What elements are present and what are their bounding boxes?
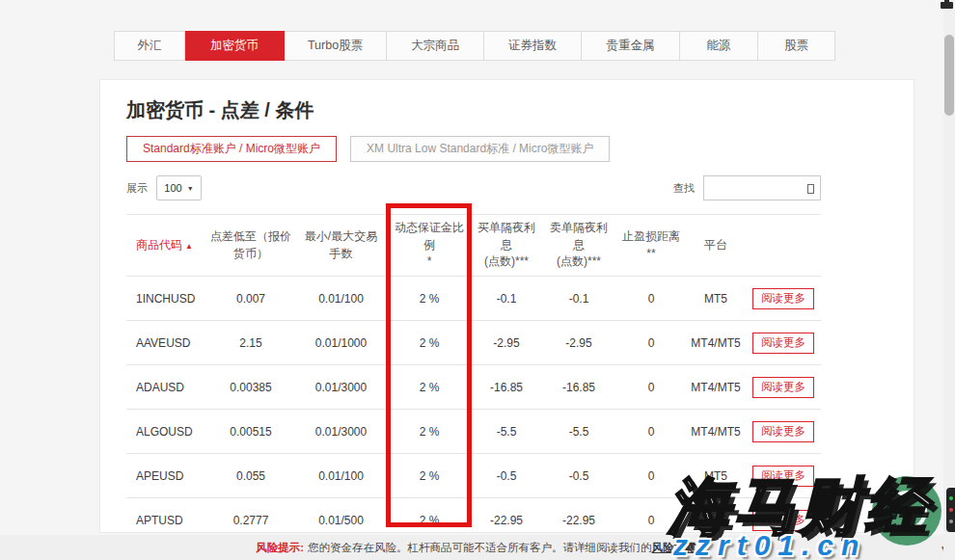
read-more-button[interactable]: 阅读更多 [752, 288, 814, 309]
cell-lots: 0.01/100 [295, 454, 387, 498]
cell-limit-stop: 0 [616, 321, 686, 365]
cell-spread: 0.007 [206, 277, 295, 321]
account-standard-micro-button[interactable]: Standard标准账户 / Micro微型账户 [126, 136, 337, 162]
col-header-footnote: * [391, 253, 468, 270]
col-header-footnote: (点数)*** [476, 253, 537, 270]
risk-warning-label: 风险提示: [256, 541, 304, 555]
col-header-symbol[interactable]: 商品代码▲ [126, 215, 206, 277]
table-row: APEUSD 0.055 0.01/100 2 % -0.5 -0.5 0 MT… [126, 454, 821, 498]
cell-limit-stop: 0 [616, 498, 686, 534]
content-card: 加密货币 - 点差 / 条件 Standard标准账户 / Micro微型账户 … [99, 79, 914, 533]
risk-warning-suffix: . [696, 542, 699, 553]
read-more-button[interactable]: 阅读更多 [752, 466, 814, 487]
col-header-footnote: (点数)*** [545, 253, 613, 270]
page: 外汇 加密货币 Turbo股票 大宗商品 证券指数 贵重金属 能源 股票 加密货… [0, 0, 955, 560]
account-ultra-low-button[interactable]: XM Ultra Low Standard标准 / Micro微型账户 [350, 136, 610, 162]
col-header-lots[interactable]: 最小/最大交易手数 [295, 215, 387, 277]
tab-label: 大宗商品 [411, 38, 459, 54]
tab-forex[interactable]: 外汇 [114, 31, 185, 61]
page-size-value: 100 [164, 182, 181, 194]
edge-widget-dot-red [949, 508, 953, 512]
cell-lots: 0.01/1000 [295, 321, 387, 365]
col-header-margin[interactable]: 动态保证金比例* [387, 215, 472, 277]
col-header-label: 止盈损距离 [620, 228, 682, 245]
cell-spread: 0.00515 [206, 410, 295, 454]
table-row: ADAUSD 0.00385 0.01/3000 2 % -16.85 -16.… [126, 365, 821, 410]
header-row: 商品代码▲ 点差低至（报价货币） 最小/最大交易手数 动态保证金比例* 买单隔夜… [126, 215, 821, 277]
col-header-label: 最小/最大交易手数 [299, 228, 383, 262]
tab-crypto[interactable]: 加密货币 [185, 31, 285, 61]
risk-disclosure-link[interactable]: 风险披露 [652, 541, 696, 555]
account-type-switch: Standard标准账户 / Micro微型账户 XM Ultra Low St… [126, 136, 914, 162]
col-header-actions [746, 215, 821, 277]
col-header-swap-short[interactable]: 卖单隔夜利息(点数)*** [541, 215, 616, 277]
tab-label: 加密货币 [210, 38, 259, 54]
tab-label: 外汇 [138, 38, 162, 54]
col-header-platform[interactable]: 平台 [686, 215, 746, 277]
chevron-down-icon: ▼ [187, 185, 194, 192]
cell-margin: 2 % [387, 277, 472, 321]
cell-platform: MT4/MT5 [686, 365, 746, 410]
search-label: 查找 [673, 181, 695, 196]
page-size-select[interactable]: 100 ▼ [156, 175, 202, 200]
col-header-swap-long[interactable]: 买单隔夜利息(点数)*** [472, 215, 541, 277]
table-row: 1INCHUSD 0.007 0.01/100 2 % -0.1 -0.1 0 … [126, 277, 821, 321]
table-row: APTUSD 0.2777 0.01/500 2 % -22.95 -22.95… [126, 498, 821, 534]
cell-swap-short: -22.95 [541, 498, 616, 534]
tab-commodities[interactable]: 大宗商品 [387, 31, 484, 61]
tab-precious-metals[interactable]: 贵重金属 [582, 31, 680, 61]
show-label: 展示 [126, 181, 148, 196]
cell-margin: 2 % [387, 321, 472, 365]
instrument-tabbar: 外汇 加密货币 Turbo股票 大宗商品 证券指数 贵重金属 能源 股票 [114, 31, 835, 61]
col-header-spread[interactable]: 点差低至（报价货币） [206, 215, 295, 277]
cell-symbol: 1INCHUSD [126, 277, 206, 321]
col-header-label: 买单隔夜利息 [476, 220, 537, 253]
edge-widget[interactable] [946, 488, 955, 532]
tab-label: 能源 [707, 38, 731, 54]
cell-actions: 阅读更多 [746, 321, 821, 365]
watermark-logo [872, 476, 941, 546]
page-title: 加密货币 - 点差 / 条件 [126, 97, 914, 123]
cell-actions: 阅读更多 [746, 365, 821, 410]
page-size-group: 展示 100 ▼ [126, 175, 202, 200]
cell-lots: 0.01/500 [295, 498, 387, 534]
cell-margin: 2 % [387, 454, 472, 498]
cell-platform: MT5 [686, 277, 746, 321]
cell-spread: 0.00385 [206, 365, 295, 410]
table-row: AAVEUSD 2.15 0.01/1000 2 % -2.95 -2.95 0… [126, 321, 821, 365]
cell-symbol: ADAUSD [126, 365, 206, 410]
scrollbar-thumb[interactable] [944, 35, 954, 116]
cell-spread: 0.2777 [206, 498, 295, 534]
cell-limit-stop: 0 [616, 454, 686, 498]
cell-symbol: ALGOUSD [126, 410, 206, 454]
col-header-label: 动态保证金比例 [391, 220, 468, 253]
read-more-button[interactable]: 阅读更多 [752, 333, 814, 354]
col-header-limit-stop[interactable]: 止盈损距离** [616, 215, 686, 277]
search-group: 查找 [673, 175, 821, 200]
sort-asc-icon: ▲ [185, 242, 193, 251]
spreads-table-wrap: 商品代码▲ 点差低至（报价货币） 最小/最大交易手数 动态保证金比例* 买单隔夜… [126, 214, 821, 533]
cell-spread: 0.055 [206, 454, 295, 498]
cell-margin: 2 % [387, 498, 472, 534]
cell-lots: 0.01/3000 [295, 365, 387, 410]
tab-energies[interactable]: 能源 [680, 31, 758, 61]
tab-label: 贵重金属 [607, 38, 655, 54]
search-box [703, 175, 821, 200]
col-header-label: 点差低至（报价货币） [210, 228, 291, 262]
search-icon [807, 184, 814, 194]
search-input[interactable] [704, 176, 820, 200]
read-more-button[interactable]: 阅读更多 [752, 510, 814, 531]
scrollbar-track[interactable] [943, 0, 955, 560]
cell-swap-long: -0.1 [472, 277, 541, 321]
tab-equity-indices[interactable]: 证券指数 [484, 31, 582, 61]
cell-swap-short: -2.95 [541, 321, 616, 365]
table-controls: 展示 100 ▼ 查找 [126, 175, 821, 200]
read-more-button[interactable]: 阅读更多 [752, 421, 814, 442]
tab-shares[interactable]: 股票 [758, 31, 835, 61]
cell-actions: 阅读更多 [746, 277, 821, 321]
tab-label: 股票 [784, 38, 808, 54]
read-more-button[interactable]: 阅读更多 [752, 377, 814, 398]
tab-turbo-stocks[interactable]: Turbo股票 [285, 31, 387, 61]
cell-actions: 阅读更多 [746, 498, 821, 534]
cell-limit-stop: 0 [616, 277, 686, 321]
